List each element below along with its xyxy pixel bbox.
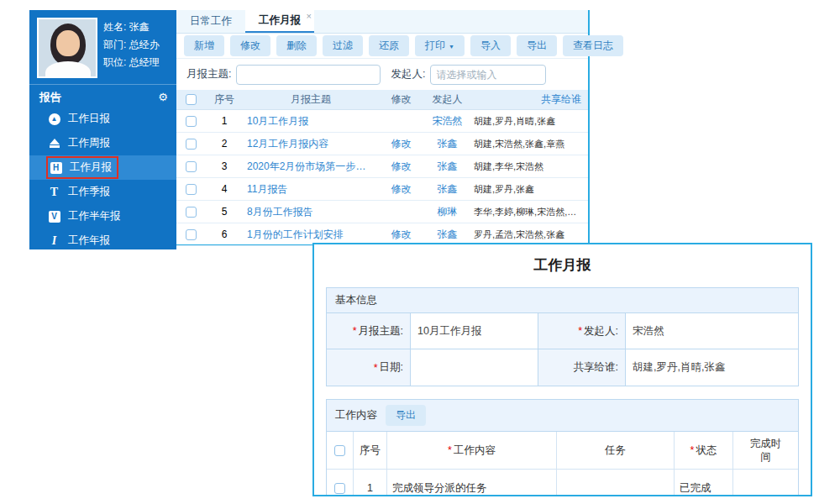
avatar-shirt xyxy=(45,61,91,78)
initiator-link[interactable]: 张鑫 xyxy=(424,182,470,197)
edit-link[interactable]: 修改 xyxy=(378,228,424,242)
topic-filter-label: 月报主题: xyxy=(186,67,231,81)
edit-button[interactable]: 修改 xyxy=(230,35,270,56)
sidebar-item-halfyear-report[interactable]: V 工作半年报 xyxy=(29,204,176,228)
table-header-row: 序号 月报主题 修改 发起人 共享给谁 xyxy=(176,90,588,110)
initiator-field-value: 宋浩然 xyxy=(626,313,798,349)
daily-report-icon: ▲ xyxy=(49,113,60,125)
work-col-task: 任务 xyxy=(557,432,675,470)
topic-link[interactable]: 11月报告 xyxy=(244,182,378,197)
table-row: 4 11月报告 修改 张鑫 胡建,罗丹,张鑫 xyxy=(176,178,588,201)
work-col-content: * 工作内容 xyxy=(387,432,557,470)
required-marker: * xyxy=(578,325,582,337)
share-list: 胡建,罗丹,肖晴,张鑫 xyxy=(470,115,588,128)
import-button[interactable]: 导入 xyxy=(470,35,511,56)
row-no: 4 xyxy=(205,183,244,195)
share-list: 胡建,罗丹,张鑫 xyxy=(470,183,588,196)
weekly-report-icon xyxy=(49,138,60,150)
tab-daily-work[interactable]: 日常工作 xyxy=(176,10,245,33)
tab-label: 工作月报 xyxy=(259,13,301,28)
row-checkbox[interactable] xyxy=(186,229,197,240)
gear-icon[interactable]: ⚙ xyxy=(158,88,168,107)
topic-link[interactable]: 12月工作月报内容 xyxy=(244,137,378,151)
edit-link[interactable]: 修改 xyxy=(378,160,424,174)
select-all-checkbox[interactable] xyxy=(186,94,197,105)
row-checkbox[interactable] xyxy=(186,207,197,218)
topic-filter-input[interactable] xyxy=(236,65,381,85)
monthly-report-icon: H xyxy=(50,162,62,174)
monthly-report-detail-panel: 工作月报 基本信息 * 月报主题: 10月工作月报 * 发起人: 宋浩然 * 日… xyxy=(312,243,812,496)
work-row-status: 已完成 xyxy=(675,470,733,496)
tab-monthly-report[interactable]: 工作月报 × xyxy=(245,10,314,33)
initiator-link[interactable]: 张鑫 xyxy=(424,228,470,242)
work-content-section: 工作内容 导出 序号 * 工作内容 任务 * 状态 完成时间 xyxy=(326,399,799,496)
selection-annotation: H 工作月报 xyxy=(46,156,118,179)
share-field-value: 胡建,罗丹,肖晴,张鑫 xyxy=(626,349,798,386)
col-header-no: 序号 xyxy=(205,92,244,107)
export-button[interactable]: 导出 xyxy=(517,35,557,56)
topic-link[interactable]: 2020年2月份市场第一步财务... xyxy=(244,160,378,174)
chevron-down-icon: ▼ xyxy=(449,44,454,50)
topic-field-label: * 月报主题: xyxy=(327,313,411,349)
print-button[interactable]: 打印▼ xyxy=(415,35,465,56)
topic-link[interactable]: 1月份的工作计划安排 xyxy=(244,228,378,242)
sidebar-menu: ▲ 工作日报 工作周报 H 工作月报 T 工作季报 xyxy=(29,107,176,249)
sidebar-item-label: 工作月报 xyxy=(70,160,112,175)
edit-link[interactable]: 修改 xyxy=(378,182,424,197)
share-list: 李华,李婷,柳琳,宋浩然,张鑫 xyxy=(470,206,588,218)
work-row-no: 1 xyxy=(354,470,387,496)
sidebar-item-monthly-report[interactable]: H 工作月报 xyxy=(29,155,176,180)
table-row: 2 12月工作月报内容 修改 张鑫 胡建,宋浩然,张鑫,章燕 xyxy=(176,133,588,155)
initiator-link[interactable]: 张鑫 xyxy=(424,137,470,151)
row-checkbox[interactable] xyxy=(186,116,197,127)
sidebar-item-weekly-report[interactable]: 工作周报 xyxy=(29,131,176,155)
close-icon[interactable]: × xyxy=(307,11,312,21)
sidebar-item-annual-report[interactable]: I 工作年报 xyxy=(29,228,176,249)
row-checkbox[interactable] xyxy=(186,139,197,150)
row-no: 3 xyxy=(205,160,244,172)
initiator-link[interactable]: 柳琳 xyxy=(424,205,470,219)
add-button[interactable]: 新增 xyxy=(184,35,224,56)
initiator-filter-input[interactable] xyxy=(430,65,546,85)
sidebar-item-daily-report[interactable]: ▲ 工作日报 xyxy=(29,107,176,131)
topic-link[interactable]: 8月份工作报告 xyxy=(244,205,378,219)
edit-link[interactable]: 修改 xyxy=(378,137,424,151)
sidebar-item-label: 工作年报 xyxy=(68,234,110,248)
profile-info: 姓名: 张鑫 部门: 总经办 职位: 总经理 xyxy=(103,18,160,71)
work-row-finish-time xyxy=(733,470,798,496)
delete-button[interactable]: 删除 xyxy=(276,35,317,56)
halfyear-report-icon: V xyxy=(49,211,60,223)
row-checkbox[interactable] xyxy=(186,184,197,195)
detail-title: 工作月报 xyxy=(326,255,799,275)
work-export-button[interactable]: 导出 xyxy=(386,405,426,426)
share-list: 胡建,李华,宋浩然 xyxy=(470,160,588,173)
table-row: 5 8月份工作报告 柳琳 李华,李婷,柳琳,宋浩然,张鑫 xyxy=(176,201,588,223)
col-header-share: 共享给谁 xyxy=(470,92,588,107)
quarterly-report-icon: T xyxy=(50,186,58,198)
required-marker: * xyxy=(690,444,695,456)
work-row-checkbox[interactable] xyxy=(334,483,345,494)
initiator-link[interactable]: 宋浩然 xyxy=(424,114,470,129)
initiator-link[interactable]: 张鑫 xyxy=(424,160,470,174)
report-table: 序号 月报主题 修改 发起人 共享给谁 1 10月工作月报 宋浩然 胡建,罗丹,… xyxy=(176,90,588,246)
row-checkbox[interactable] xyxy=(186,161,197,172)
table-row: 1 10月工作月报 宋浩然 胡建,罗丹,肖晴,张鑫 xyxy=(176,110,588,133)
basic-info-section: 基本信息 * 月报主题: 10月工作月报 * 发起人: 宋浩然 * 日期: xyxy=(326,287,799,386)
sidebar-item-quarterly-report[interactable]: T 工作季报 xyxy=(29,180,176,204)
col-header-topic: 月报主题 xyxy=(244,92,378,107)
filter-button[interactable]: 过滤 xyxy=(323,35,363,56)
initiator-field-label: * 发起人: xyxy=(538,313,626,349)
restore-button[interactable]: 还原 xyxy=(369,35,409,56)
view-log-button[interactable]: 查看日志 xyxy=(563,35,623,56)
work-col-finish-time: 完成时间 xyxy=(733,432,798,470)
filter-bar: 月报主题: 发起人: xyxy=(176,59,588,90)
topic-link[interactable]: 10月工作月报 xyxy=(244,114,378,129)
required-marker: * xyxy=(353,325,357,337)
work-select-all-checkbox[interactable] xyxy=(334,445,345,456)
col-header-initiator: 发起人 xyxy=(424,92,470,107)
tab-label: 日常工作 xyxy=(190,14,232,29)
section-title: 报告 xyxy=(39,91,61,103)
profile-name: 姓名: 张鑫 xyxy=(103,18,160,36)
profile-title: 职位: 总经理 xyxy=(103,54,160,71)
work-col-no: 序号 xyxy=(354,432,387,470)
